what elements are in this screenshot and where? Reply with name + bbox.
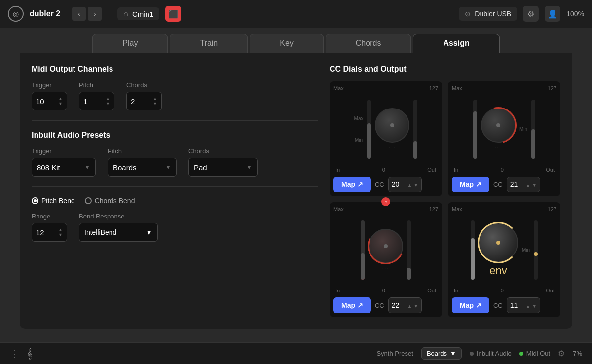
audio-trigger-select[interactable]: 808 Kit ▼ <box>32 158 96 177</box>
chords-spinners[interactable]: ▲ ▼ <box>153 97 157 106</box>
cc1-down[interactable]: ▼ <box>414 183 418 188</box>
cc1-spinners[interactable]: ▲ ▼ <box>407 181 418 188</box>
user-button[interactable]: 👤 <box>545 6 560 22</box>
cc4-map-button[interactable]: Map ↗ <box>452 297 489 313</box>
audio-chords-label: Chords <box>188 147 258 155</box>
tab-play[interactable]: Play <box>92 34 168 53</box>
pitch-label: Pitch <box>79 81 114 89</box>
nav-back-button[interactable]: ‹ <box>72 7 86 21</box>
chords-up[interactable]: ▲ <box>153 97 157 101</box>
cc3-down[interactable]: ▼ <box>414 304 418 309</box>
chords-down[interactable]: ▼ <box>153 102 157 106</box>
app-logo: ◎ <box>8 6 24 22</box>
cc4-env-label: env <box>489 264 507 277</box>
synth-preset-select[interactable]: Boards ▼ <box>421 347 462 360</box>
cc2-controls: Map ↗ CC 21 ▲ ▼ <box>452 177 556 192</box>
cc1-number[interactable]: 20 ▲ ▼ <box>388 177 422 192</box>
cc4-max-label: Max <box>452 206 462 212</box>
cc3-up[interactable]: ▲ <box>407 304 412 309</box>
save-icon: ⬛ <box>168 9 178 19</box>
trigger-input[interactable]: 10 ▲ ▼ <box>32 92 67 110</box>
pitch-input[interactable]: 1 ▲ ▼ <box>79 92 114 110</box>
cc4-up[interactable]: ▲ <box>526 304 530 309</box>
chords-bend-radio-dot <box>85 197 92 204</box>
cc3-knob-ring <box>363 223 409 270</box>
range-group: Range 12 ▲ ▼ <box>32 213 67 242</box>
cc4-number[interactable]: 11 ▲ ▼ <box>507 297 540 313</box>
cc2-out-slider[interactable] <box>531 100 535 159</box>
cc3-remove-button[interactable]: ○ <box>381 197 390 206</box>
cc-cell-1: Max 127 Max Min <box>330 81 442 196</box>
cc3-number[interactable]: 22 ▲ ▼ <box>388 297 422 313</box>
cc3-out-slider[interactable] <box>407 220 411 280</box>
cc4-slider[interactable] <box>471 220 475 280</box>
chords-input[interactable]: 2 ▲ ▼ <box>126 92 162 110</box>
pitch-bend-radio[interactable]: Pitch Bend <box>32 197 75 205</box>
cc3-knob[interactable] <box>369 229 403 263</box>
settings-button[interactable]: ⚙ <box>523 6 539 22</box>
tab-key[interactable]: Key <box>250 34 324 53</box>
nav-forward-button[interactable]: › <box>88 7 102 21</box>
cc2-spinners[interactable]: ▲ ▼ <box>526 181 537 188</box>
cc4-down[interactable]: ▼ <box>532 304 537 309</box>
audio-pitch-value: Boards <box>113 163 137 172</box>
cc1-up[interactable]: ▲ <box>407 183 412 188</box>
cc2-knob[interactable] <box>481 108 516 143</box>
cc3-slider[interactable] <box>361 220 365 280</box>
cc3-in-label: In <box>335 288 340 293</box>
cc2-number[interactable]: 21 ▲ ▼ <box>507 177 540 192</box>
cc2-up[interactable]: ▲ <box>526 183 530 188</box>
app-title: dubler 2 <box>30 9 60 18</box>
cc1-map-button[interactable]: Map ↗ <box>333 177 371 192</box>
cc-cell-2: Max 127 ··· Min <box>448 81 560 196</box>
bottom-left: ⋮ 𝄞 <box>10 348 33 359</box>
range-input[interactable]: 12 ▲ ▼ <box>32 223 67 242</box>
pitch-field-group: Pitch 1 ▲ ▼ <box>79 81 114 110</box>
cc1-slider[interactable] <box>367 100 371 159</box>
cc1-out-slider[interactable] <box>413 100 417 159</box>
cc2-out-fill <box>531 129 535 159</box>
cc1-cc-label: CC <box>375 181 384 188</box>
cc4-cc-label: CC <box>493 302 503 309</box>
cc2-down[interactable]: ▼ <box>532 183 537 188</box>
chords-bend-radio[interactable]: Chords Bend <box>85 197 135 205</box>
range-up[interactable]: ▲ <box>58 228 63 232</box>
pitch-spinners[interactable]: ▲ ▼ <box>106 97 110 106</box>
trigger-down[interactable]: ▼ <box>58 102 63 106</box>
cc2-cc-label: CC <box>493 181 503 188</box>
cc4-bottom-labels: In 0 Out <box>452 288 556 293</box>
bend-response-select[interactable]: IntelliBend ▼ <box>79 223 158 242</box>
save-button[interactable]: ⬛ <box>165 6 181 22</box>
trigger-up[interactable]: ▲ <box>58 97 63 101</box>
cc3-127: 127 <box>429 206 438 212</box>
audio-trigger-group: Trigger 808 Kit ▼ <box>32 147 96 177</box>
pitch-down[interactable]: ▼ <box>106 102 110 106</box>
cc4-knob[interactable] <box>479 223 518 262</box>
cc4-out-slider[interactable] <box>534 220 538 280</box>
inbuilt-audio-status: Inbuilt Audio <box>470 350 512 357</box>
tab-assign[interactable]: Assign <box>413 34 499 53</box>
tab-chords[interactable]: Chords <box>326 34 411 53</box>
trigger-spinners[interactable]: ▲ ▼ <box>58 97 63 106</box>
cc2-map-button[interactable]: Map ↗ <box>452 177 489 192</box>
tab-train[interactable]: Train <box>170 34 248 53</box>
synth-preset-label: Synth Preset <box>376 350 413 357</box>
gear-button[interactable]: ⚙ <box>558 349 565 358</box>
audio-pitch-select[interactable]: Boards ▼ <box>108 158 177 177</box>
audio-pitch-group: Pitch Boards ▼ <box>108 147 177 177</box>
cc1-max-label: Max <box>333 85 344 91</box>
range-spinners[interactable]: ▲ ▼ <box>58 228 63 237</box>
cc1-knob[interactable] <box>375 108 409 143</box>
range-down[interactable]: ▼ <box>58 233 63 237</box>
audio-chords-select[interactable]: Pad ▼ <box>188 158 258 177</box>
pitch-up[interactable]: ▲ <box>106 97 110 101</box>
cc2-knob-area: ··· Min <box>452 93 556 165</box>
cc-cell-3: ○ Max 127 ··· <box>330 202 442 317</box>
cc1-out-label: Out <box>427 167 436 173</box>
cc4-spinners[interactable]: ▲ ▼ <box>526 301 537 309</box>
cc3-spinners[interactable]: ▲ ▼ <box>407 301 418 309</box>
device-icon: ⊙ <box>465 10 471 18</box>
dots-menu-button[interactable]: ⋮ <box>10 348 19 359</box>
cc2-slider[interactable] <box>473 100 477 159</box>
cc3-map-button[interactable]: Map ↗ <box>333 297 371 313</box>
